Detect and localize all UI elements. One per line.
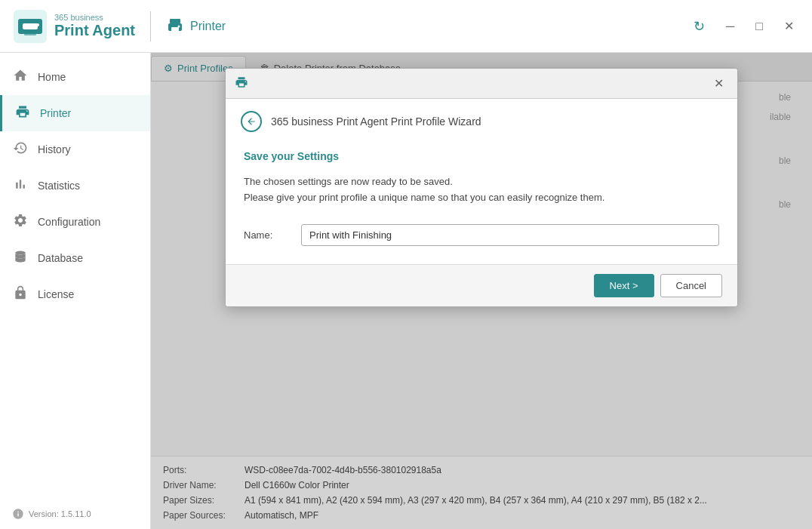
database-icon xyxy=(12,249,29,267)
app-logo: 365 business Print Agent xyxy=(12,8,135,45)
next-button[interactable]: Next > xyxy=(594,274,654,297)
sidebar-item-configuration[interactable]: Configuration xyxy=(0,204,150,240)
app-name-bottom: Print Agent xyxy=(54,22,135,39)
info-icon xyxy=(12,508,24,520)
title-bar-controls: ↻ ─ □ ✕ xyxy=(687,15,800,38)
dialog-back-button[interactable] xyxy=(241,111,262,132)
app-name: 365 business Print Agent xyxy=(54,13,135,39)
svg-point-8 xyxy=(178,25,180,27)
sidebar-item-database[interactable]: Database xyxy=(0,240,150,276)
version-label: Version: 1.5.11.0 xyxy=(0,499,150,529)
close-button[interactable]: ✕ xyxy=(778,16,800,36)
main-layout: Home Printer History Statistics Configur… xyxy=(0,53,812,529)
name-input[interactable] xyxy=(301,224,719,246)
sidebar-item-printer[interactable]: Printer xyxy=(0,95,150,131)
dialog-description: The chosen settings are now ready to be … xyxy=(244,174,719,206)
refresh-button[interactable]: ↻ xyxy=(687,15,711,38)
statistics-icon xyxy=(12,177,29,195)
title-bar: 365 business Print Agent Printer ↻ ─ □ ✕ xyxy=(0,0,812,53)
svg-point-4 xyxy=(36,23,39,26)
sidebar-item-statistics[interactable]: Statistics xyxy=(0,168,150,204)
sidebar-item-license[interactable]: License xyxy=(0,276,150,312)
sidebar: Home Printer History Statistics Configur… xyxy=(0,53,151,529)
sidebar-label-configuration: Configuration xyxy=(38,216,100,228)
dialog-body: Save your Settings The chosen settings a… xyxy=(226,138,737,264)
sidebar-label-history: History xyxy=(38,143,71,155)
printer-nav-icon xyxy=(14,104,31,122)
dialog-wizard-title: 365 business Print Agent Print Profile W… xyxy=(271,115,481,128)
wizard-dialog: ✕ 365 business Print Agent Print Profile… xyxy=(225,68,738,307)
dialog-title-icon xyxy=(235,75,248,91)
title-section: Printer xyxy=(166,17,226,35)
name-form-row: Name: xyxy=(244,224,719,246)
dialog-desc-line2: Please give your print profile a unique … xyxy=(244,192,604,203)
home-icon xyxy=(12,68,29,86)
dialog-desc-line1: The chosen settings are now ready to be … xyxy=(244,176,453,187)
cancel-button[interactable]: Cancel xyxy=(660,274,722,297)
title-section-label: Printer xyxy=(190,20,226,33)
maximize-button[interactable]: □ xyxy=(749,17,769,36)
sidebar-label-license: License xyxy=(38,288,74,300)
svg-rect-5 xyxy=(170,19,180,23)
dialog-titlebar: ✕ xyxy=(226,69,737,99)
app-logo-icon xyxy=(12,8,48,45)
sidebar-label-printer: Printer xyxy=(40,107,71,119)
sidebar-label-home: Home xyxy=(38,71,66,83)
title-divider xyxy=(150,11,151,42)
dialog-header: 365 business Print Agent Print Profile W… xyxy=(226,99,737,138)
sidebar-item-home[interactable]: Home xyxy=(0,59,150,95)
configuration-icon xyxy=(12,213,29,231)
history-icon xyxy=(12,140,29,158)
title-bar-left: 365 business Print Agent Printer xyxy=(12,8,226,45)
svg-point-9 xyxy=(15,251,25,255)
svg-rect-2 xyxy=(23,23,38,29)
license-icon xyxy=(12,285,29,303)
dialog-overlay: ✕ 365 business Print Agent Print Profile… xyxy=(151,53,812,529)
dialog-close-button[interactable]: ✕ xyxy=(709,75,728,92)
printer-icon xyxy=(166,17,184,35)
back-arrow-icon xyxy=(246,116,257,127)
dialog-footer: Next > Cancel xyxy=(226,264,737,306)
content-area: ⚙ Print Profiles 🗑 Delete Printer from D… xyxy=(151,53,812,529)
dialog-titlebar-left xyxy=(235,75,248,91)
svg-rect-3 xyxy=(24,31,36,35)
dialog-section-title: Save your Settings xyxy=(244,150,719,162)
dialog-printer-icon xyxy=(235,75,248,89)
svg-rect-7 xyxy=(171,27,179,33)
app-name-top: 365 business xyxy=(54,13,135,22)
sidebar-item-history[interactable]: History xyxy=(0,131,150,168)
name-label: Name: xyxy=(244,229,289,241)
sidebar-label-statistics: Statistics xyxy=(38,180,80,192)
sidebar-label-database: Database xyxy=(38,252,83,264)
minimize-button[interactable]: ─ xyxy=(720,17,740,36)
